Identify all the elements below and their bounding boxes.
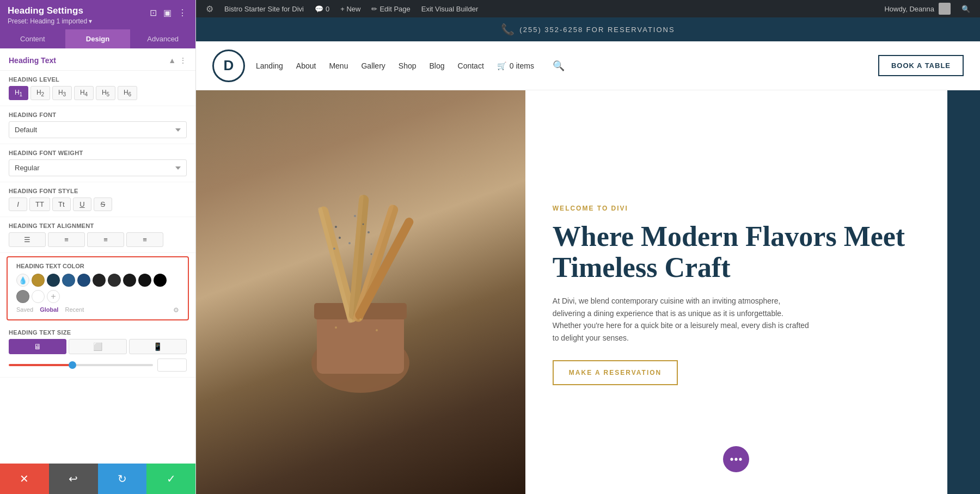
heading-level-row: Heading Level H1 H2 H3 H4 H5 H6 [0,71,195,106]
heading-font-weight-select[interactable]: Regular [9,159,187,176]
admin-bar-new[interactable]: + New [335,0,366,17]
align-left[interactable]: ☰ [9,232,46,247]
section-collapse-icon[interactable]: ▲ [168,56,176,65]
heading-level-h4[interactable]: H4 [74,86,94,100]
tab-design[interactable]: Design [65,29,131,48]
panel-header: Heading Settings Preset: Heading 1 impor… [0,0,195,29]
alignment-group: ☰ ≡ ≡ ≡ [9,232,187,247]
heading-level-h1[interactable]: H1 [9,86,28,100]
howdy-text: Howdy, Deanna [884,5,934,13]
heading-level-h3[interactable]: H3 [52,86,72,100]
admin-bar-site-name[interactable]: Bistro Starter Site for Divi [219,0,309,17]
color-swatch-white[interactable] [32,290,45,303]
heading-font-select[interactable]: Default [9,121,187,138]
cart-count: 0 items [510,61,534,70]
color-eyedropper-btn[interactable]: 💧 [16,274,29,287]
font-style-capitalize[interactable]: Tt [52,197,71,211]
heading-level-h6[interactable]: H6 [118,86,137,100]
color-swatch-dark4[interactable] [138,274,151,287]
admin-bar-exit-builder[interactable]: Exit Visual Builder [416,0,484,17]
size-slider[interactable] [9,364,153,366]
color-swatch-blue3[interactable] [77,274,90,287]
color-swatch-black[interactable] [154,274,167,287]
nav-link-landing[interactable]: Landing [256,61,283,70]
admin-bar-comments[interactable]: 💬 0 [309,0,335,17]
color-swatch-dark1[interactable] [93,274,106,287]
color-swatch-gray[interactable] [16,290,29,303]
nav-link-about[interactable]: About [296,61,316,70]
panel-content: Heading Text ▲ ⋮ Heading Level H1 H2 H3 … [0,48,195,494]
logo-letter: D [224,57,234,74]
font-style-uppercase[interactable]: TT [29,197,50,211]
hero-subtitle: WELCOME TO DIVI [553,205,920,212]
reservation-button[interactable]: MAKE A RESERVATION [553,360,678,385]
color-swatch-dark3[interactable] [123,274,136,287]
device-tablet[interactable]: ⬜ [69,339,126,354]
heading-text-alignment-label: Heading Text Alignment [9,223,187,229]
wp-logo-item[interactable]: ⚙ [200,0,219,17]
color-swatch-darkblue[interactable] [47,274,60,287]
redo-button[interactable]: ↻ [98,464,147,494]
site-top-bar: 📞 (255) 352-6258 FOR RESERVATIONS [196,17,980,41]
nav-link-shop[interactable]: Shop [399,61,416,70]
font-style-italic[interactable]: I [9,197,27,211]
font-style-strikethrough[interactable]: S [94,197,112,211]
section-more-icon[interactable]: ⋮ [179,56,187,65]
undo-button[interactable]: ↩ [49,464,98,494]
size-value-input[interactable]: 66px [157,359,187,372]
tab-advanced[interactable]: Advanced [130,29,195,48]
panel-preset[interactable]: Preset: Heading 1 imported ▾ [8,17,92,25]
color-swatch-gold[interactable] [32,274,45,287]
nav-link-gallery[interactable]: Gallery [361,61,385,70]
panel-title: Heading Settings [8,5,92,16]
nav-link-contact[interactable]: Contact [458,61,484,70]
nav-search-icon[interactable]: 🔍 [553,60,565,72]
heading-text-size-label: Heading Text Size [9,329,187,336]
align-center[interactable]: ≡ [48,232,85,247]
heading-level-h2[interactable]: H2 [30,86,50,100]
cart-icon: 🛒 [497,61,506,70]
color-tab-global[interactable]: Global [40,306,58,314]
panel-fullscreen-icon[interactable]: ⊡ [149,7,158,19]
heading-level-h5[interactable]: H5 [96,86,115,100]
admin-bar-site-name-text: Bistro Starter Site for Divi [224,5,304,13]
book-table-button[interactable]: BOOK A TABLE [878,55,964,76]
device-mobile[interactable]: 📱 [129,339,187,354]
color-swatch-dark2[interactable] [108,274,121,287]
nav-link-menu[interactable]: Menu [329,61,348,70]
site-logo[interactable]: D [212,50,245,82]
heading-level-group: H1 H2 H3 H4 H5 H6 [9,86,187,100]
nav-link-blog[interactable]: Blog [430,61,445,70]
heading-font-style-label: Heading Font Style [9,188,187,194]
more-button[interactable]: ••• [723,446,749,472]
admin-bar-edit-page[interactable]: ✏ Edit Page [366,0,415,17]
cancel-button[interactable]: ✕ [0,464,49,494]
svg-point-17 [371,254,372,255]
svg-point-18 [335,326,337,329]
admin-bar-howdy[interactable]: Howdy, Deanna [879,3,956,15]
section-title: Heading Text [9,56,56,65]
section-header: Heading Text ▲ ⋮ [0,48,195,71]
search-icon: 🔍 [961,5,970,13]
admin-bar-search-icon[interactable]: 🔍 [956,5,976,13]
site-nav-links: Landing About Menu Gallery Shop Blog Con… [256,60,867,72]
save-button[interactable]: ✓ [146,464,195,494]
comment-count: 0 [326,5,329,13]
preview-panel: ⚙ Bistro Starter Site for Divi 💬 0 + New… [196,0,980,494]
panel-layout-icon[interactable]: ▣ [162,7,173,19]
panel-more-icon[interactable]: ⋮ [177,7,188,19]
nav-cart[interactable]: 🛒 0 items [497,61,534,70]
tab-content[interactable]: Content [0,29,65,48]
heading-font-label: Heading Font [9,112,187,118]
color-settings-icon[interactable]: ⚙ [173,306,179,314]
font-style-underline[interactable]: U [73,197,91,211]
align-right[interactable]: ≡ [87,232,124,247]
color-add-button[interactable]: + [47,290,60,303]
svg-point-20 [359,318,362,320]
color-swatch-blue2[interactable] [62,274,75,287]
align-justify[interactable]: ≡ [126,232,163,247]
color-tab-recent[interactable]: Recent [65,306,84,314]
device-desktop[interactable]: 🖥 [9,339,66,354]
heading-text-color-section: Heading Text Color 💧 + Saved Glob [7,256,189,320]
color-tab-saved[interactable]: Saved [16,306,33,314]
